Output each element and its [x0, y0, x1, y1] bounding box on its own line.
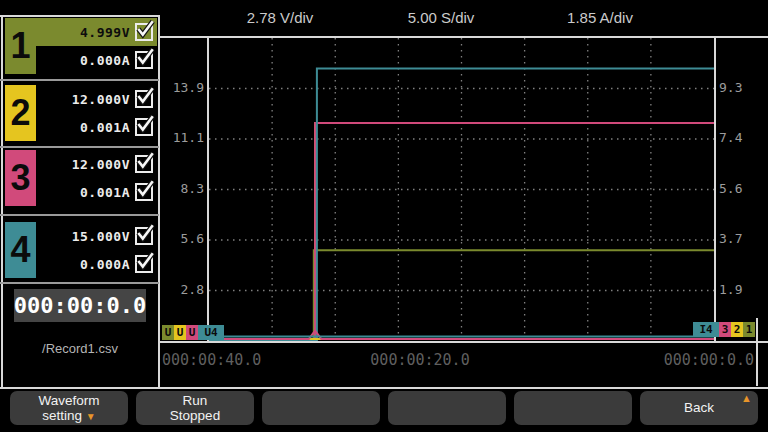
run-stopped-button[interactable]: Run Stopped	[136, 391, 254, 425]
current-axis-tick: 5.6	[719, 181, 765, 196]
channel-2-current-checkbox[interactable]	[135, 118, 153, 136]
channel-1-current-checkbox[interactable]	[135, 51, 153, 69]
channel-2-block[interactable]: 2 12.000V 0.001A	[5, 85, 157, 141]
channel-divider	[0, 146, 159, 148]
channel-2-voltage-checkbox[interactable]	[135, 90, 153, 108]
back-arrow-icon: ▲	[741, 393, 752, 404]
marker-i3: 3	[719, 322, 731, 337]
current-per-div-label: 1.85 A/div	[535, 9, 665, 26]
channel-4-voltage: 15.000V	[72, 229, 130, 244]
softkey-separator	[0, 387, 768, 389]
voltage-axis-tick: 13.9	[160, 80, 206, 95]
marker-i2: 2	[731, 322, 743, 337]
softkey-label: setting ▼	[42, 408, 95, 423]
waveform-setting-button[interactable]: Waveform setting ▼	[10, 391, 128, 425]
voltage-per-div-label: 2.78 V/div	[215, 9, 345, 26]
time-per-div-label: 5.00 S/div	[376, 9, 506, 26]
time-axis-tick: 000:00:40.0	[162, 351, 261, 369]
marker-u1: U	[162, 325, 174, 340]
channel-3-block[interactable]: 3 12.000V 0.001A	[5, 150, 157, 206]
voltage-axis-tick: 8.3	[160, 181, 206, 196]
channel-divider	[0, 214, 159, 216]
marker-u4: U4	[198, 325, 224, 340]
softkey-bar: Waveform setting ▼ Run Stopped Back ▲	[0, 391, 768, 425]
plot-right-border	[714, 36, 716, 343]
record-timer: 000:00:0.0	[14, 289, 146, 322]
channel-1-number: 1	[5, 18, 36, 74]
waveform-plot	[209, 38, 714, 341]
sidebar-main-separator	[158, 15, 160, 388]
voltage-axis-tick: 11.1	[160, 130, 206, 145]
channel-1-voltage: 4.999V	[80, 25, 130, 40]
channel-4-voltage-checkbox[interactable]	[135, 227, 153, 245]
marker-i1: 1	[743, 322, 755, 337]
channel-4-block[interactable]: 4 15.000V 0.000A	[5, 222, 157, 278]
channel-1-current: 0.000A	[80, 53, 130, 68]
softkey-label: Stopped	[170, 408, 220, 423]
channel-3-current-checkbox[interactable]	[135, 183, 153, 201]
sidebar-top-divider	[0, 15, 159, 17]
back-button[interactable]: Back ▲	[640, 391, 758, 425]
channel-3-current: 0.001A	[80, 185, 130, 200]
time-axis-tick: 000:00:20.0	[344, 351, 496, 369]
channel-2-voltage: 12.000V	[72, 92, 130, 107]
channel-1-voltage-checkbox[interactable]	[135, 23, 153, 41]
softkey-label: Waveform	[38, 393, 99, 408]
channel-divider	[0, 282, 159, 284]
record-filename: /Record1.csv	[0, 341, 160, 356]
current-axis-tick: 9.3	[719, 80, 765, 95]
time-axis-tick: 000:00:0.0	[604, 351, 754, 369]
channel-divider	[0, 79, 159, 81]
marker-right-border	[756, 318, 758, 386]
channel-2-number: 2	[5, 85, 36, 141]
softkey-blank-3[interactable]	[514, 391, 632, 425]
voltage-axis-tick: 5.6	[160, 231, 206, 246]
softkey-label: Run	[183, 393, 208, 408]
channel-3-voltage-checkbox[interactable]	[135, 155, 153, 173]
voltage-axis-tick: 2.8	[160, 282, 206, 297]
instrument-screen: 2.78 V/div 5.00 S/div 1.85 A/div 1 4.999…	[0, 0, 768, 432]
channel-1-block[interactable]: 1 4.999V 0.000A	[5, 18, 157, 74]
softkey-label: Back	[684, 400, 714, 415]
current-axis-tick: 3.7	[719, 231, 765, 246]
voltage-trace-markers: U U U U4	[162, 325, 224, 340]
channel-3-voltage: 12.000V	[72, 157, 130, 172]
softkey-blank-2[interactable]	[388, 391, 506, 425]
marker-u3: U	[186, 325, 198, 340]
current-axis-tick: 7.4	[719, 130, 765, 145]
sidebar-left-border	[1, 15, 3, 388]
marker-i4: I4	[693, 322, 719, 337]
channel-4-number: 4	[5, 222, 36, 278]
channel-4-current-checkbox[interactable]	[135, 255, 153, 273]
current-trace-markers: I4 3 2 1	[693, 322, 755, 337]
marker-u2: U	[174, 325, 186, 340]
channel-3-number: 3	[5, 150, 36, 206]
dropdown-arrow-icon: ▼	[86, 411, 96, 422]
current-axis-tick: 1.9	[719, 282, 765, 297]
channel-2-current: 0.001A	[80, 120, 130, 135]
softkey-blank-1[interactable]	[262, 391, 380, 425]
plot-bottom-border	[160, 341, 768, 343]
channel-4-current: 0.000A	[80, 257, 130, 272]
